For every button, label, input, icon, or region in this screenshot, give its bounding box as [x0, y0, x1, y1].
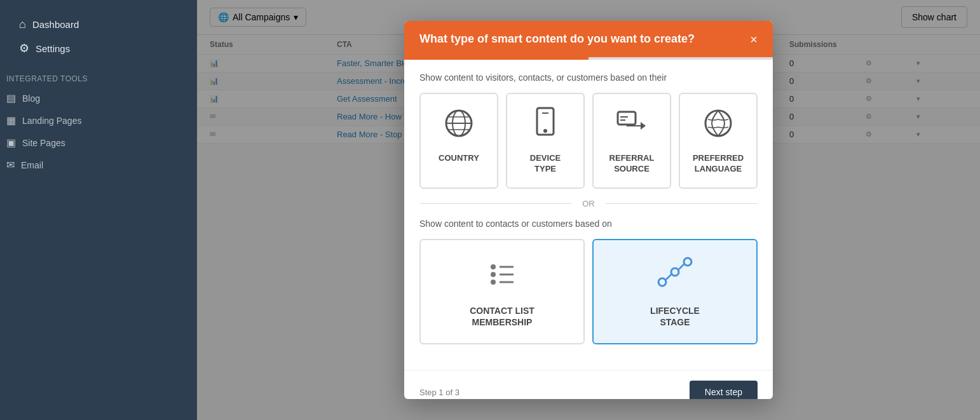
integrated-tools-label: Integrated Tools — [0, 67, 197, 87]
modal-close-button[interactable]: × — [750, 33, 758, 46]
svg-line-24 — [679, 264, 684, 269]
modal-overlay: What type of smart content do you want t… — [197, 0, 980, 420]
svg-line-23 — [666, 274, 671, 280]
svg-point-14 — [491, 264, 496, 269]
svg-point-18 — [491, 280, 496, 285]
modal-subtitle2: Show content to contacts or customers ba… — [419, 219, 758, 229]
next-step-button[interactable]: Next step — [690, 381, 758, 399]
sidebar-dashboard-label: Dashboard — [32, 19, 79, 30]
email-label: Email — [21, 160, 43, 170]
gear-icon: ⚙ — [19, 41, 29, 55]
svg-rect-8 — [618, 112, 636, 125]
country-label: COUNTRY — [439, 153, 479, 164]
referral-icon — [615, 107, 648, 146]
landing-pages-label: Landing Pages — [22, 116, 81, 126]
email-icon: ✉ — [6, 159, 15, 171]
sidebar-item-site-pages[interactable]: ▣ Site Pages — [0, 132, 197, 154]
svg-point-22 — [684, 258, 691, 266]
sidebar-item-email[interactable]: ✉ Email — [0, 154, 197, 176]
sidebar-item-blog[interactable]: ▤ Blog — [0, 87, 197, 109]
option-lifecycle-stage[interactable]: LIFECYCLESTAGE — [592, 239, 758, 344]
or-divider: OR — [419, 199, 758, 208]
blog-icon: ▤ — [6, 92, 16, 104]
preferred-language-label: PREFERREDLANGUAGE — [693, 153, 744, 175]
modal-body: Show content to visitors, contacts, or c… — [404, 60, 773, 370]
list-icon — [486, 255, 519, 295]
option-country[interactable]: COUNTRY — [419, 93, 498, 189]
lifecycle-icon — [656, 255, 694, 295]
landing-pages-icon: ▦ — [6, 114, 16, 126]
svg-point-20 — [658, 278, 666, 286]
options-grid-2: CONTACT LISTMEMBERSHIP — [419, 239, 758, 344]
modal-dialog: What type of smart content do you want t… — [404, 21, 773, 399]
device-icon — [532, 107, 559, 146]
sidebar-item-landing-pages[interactable]: ▦ Landing Pages — [0, 109, 197, 132]
option-device-type[interactable]: DEVICETYPE — [506, 93, 585, 189]
home-icon: ⌂ — [19, 18, 26, 31]
main-content: 🌐 All Campaigns ▾ Show chart Status CTA … — [197, 0, 980, 420]
contact-list-label: CONTACT LISTMEMBERSHIP — [470, 305, 534, 328]
referral-source-label: REFERRALSOURCE — [609, 153, 655, 175]
step-indicator: Step 1 of 3 — [419, 388, 459, 397]
svg-point-21 — [671, 268, 679, 276]
svg-point-16 — [491, 272, 496, 277]
globe-icon — [442, 107, 475, 146]
sidebar-settings-label: Settings — [36, 43, 70, 54]
svg-point-6 — [543, 129, 547, 133]
svg-point-13 — [705, 111, 731, 136]
option-referral-source[interactable]: REFERRALSOURCE — [592, 93, 671, 189]
site-pages-icon: ▣ — [6, 137, 16, 149]
sidebar-item-settings[interactable]: ⚙ Settings — [13, 36, 184, 60]
blog-label: Blog — [22, 93, 40, 104]
option-preferred-language[interactable]: PREFERREDLANGUAGE — [679, 93, 758, 189]
modal-progress-fill — [404, 57, 589, 60]
modal-title: What type of smart content do you want t… — [419, 32, 695, 46]
sidebar-item-dashboard[interactable]: ⌂ Dashboard — [13, 13, 184, 36]
options-grid-1: COUNTRY DEVICETYPE — [419, 93, 758, 189]
sidebar: ⌂ Dashboard ⚙ Settings Integrated Tools … — [0, 0, 197, 420]
modal-subtitle1: Show content to visitors, contacts, or c… — [419, 72, 758, 83]
option-contact-list[interactable]: CONTACT LISTMEMBERSHIP — [419, 239, 585, 344]
modal-footer: Step 1 of 3 Next step — [404, 370, 773, 399]
lifecycle-stage-label: LIFECYCLESTAGE — [650, 305, 700, 328]
modal-header: What type of smart content do you want t… — [404, 21, 773, 57]
site-pages-label: Site Pages — [22, 138, 65, 148]
device-type-label: DEVICETYPE — [530, 153, 561, 175]
language-icon — [702, 107, 735, 146]
